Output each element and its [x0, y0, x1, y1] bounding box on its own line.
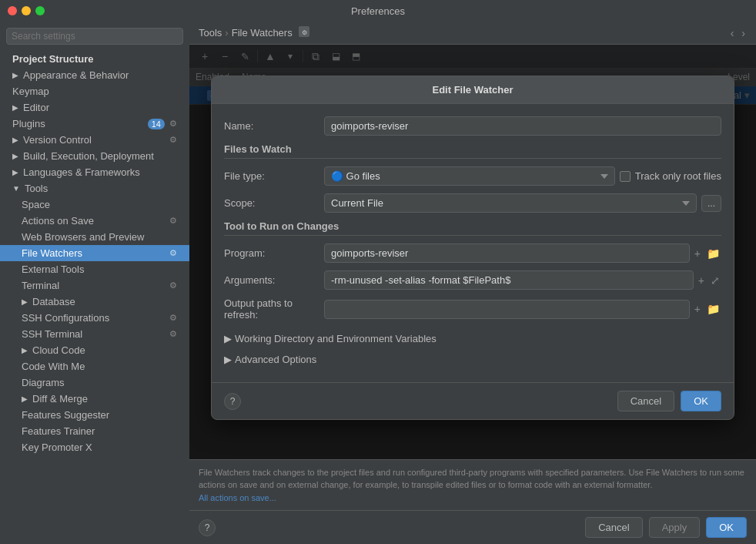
output-add-button[interactable]: + [693, 301, 702, 317]
search-input[interactable] [6, 28, 183, 45]
sidebar-item-ssh-terminal[interactable]: SSH Terminal ⚙ [0, 326, 189, 342]
window-controls [8, 6, 45, 15]
sidebar-item-label: Cloud Code [32, 344, 85, 356]
nav-forward-button[interactable]: › [740, 27, 747, 39]
collapse-arrow-icon: ▶ [22, 346, 28, 354]
arguments-input[interactable] [324, 270, 694, 290]
arguments-expand-button[interactable]: ⤢ [709, 273, 721, 288]
breadcrumb-settings-icon: ⚙ [299, 26, 309, 39]
window-title: Preferences [351, 5, 405, 17]
sidebar-item-label: SSH Configurations [22, 312, 109, 324]
sidebar-item-build-exec[interactable]: ▶ Build, Execution, Deployment [0, 148, 189, 164]
sidebar-item-label: External Tools [22, 264, 84, 275]
bottom-help-button[interactable]: ? [199, 519, 216, 536]
sidebar-item-ssh-config[interactable]: SSH Configurations ⚙ [0, 310, 189, 326]
name-input[interactable] [324, 116, 721, 136]
sidebar-item-label: Code With Me [22, 361, 85, 372]
modal-header: Edit File Watcher [212, 76, 734, 104]
sidebar-item-web-browsers[interactable]: Web Browsers and Preview [0, 229, 189, 245]
modal-help-button[interactable]: ? [224, 393, 241, 410]
sidebar-item-database[interactable]: ▶ Database [0, 294, 189, 310]
breadcrumb-current: File Watchers [232, 27, 293, 39]
bottom-bar-buttons: Cancel Apply OK [585, 517, 747, 538]
sidebar-item-editor[interactable]: ▶ Editor [0, 99, 189, 116]
sidebar-item-label: Actions on Save [22, 215, 94, 227]
sidebar-item-label: Features Trainer [22, 425, 95, 437]
all-actions-on-save-link[interactable]: All actions on save... [199, 493, 276, 502]
bottom-bar: ? Cancel Apply OK [189, 510, 756, 544]
sidebar-item-keymap[interactable]: Keymap [0, 83, 189, 99]
collapse-arrow-icon: ▶ [22, 395, 28, 403]
sidebar-item-space[interactable]: Space [0, 196, 189, 213]
file-type-select[interactable]: 🔵 Go files [324, 166, 615, 186]
modal-footer-buttons: Cancel OK [617, 391, 721, 411]
advanced-label: Advanced Options [235, 354, 316, 365]
track-root-checkbox[interactable] [620, 171, 631, 182]
sidebar-item-plugins[interactable]: Plugins 14 ⚙ [0, 116, 189, 132]
output-paths-input[interactable] [324, 300, 690, 319]
sidebar-item-actions-on-save[interactable]: Actions on Save ⚙ [0, 213, 189, 229]
output-paths-label: Output paths to refresh: [224, 297, 324, 321]
working-dir-row[interactable]: ▶ Working Directory and Environment Vari… [224, 328, 721, 349]
scope-select[interactable]: Current File [324, 193, 697, 213]
minimize-button[interactable] [22, 6, 31, 15]
sidebar: Project Structure ▶ Appearance & Behavio… [0, 22, 189, 544]
maximize-button[interactable] [35, 6, 45, 15]
sidebar-item-label: Key Promoter X [22, 442, 92, 453]
sidebar-item-label: Diagrams [22, 377, 65, 388]
scope-ellipsis-button[interactable]: ... [701, 195, 721, 212]
modal-body: Name: Files to Watch File type: 🔵 Go fil… [212, 104, 734, 382]
program-input[interactable] [324, 243, 690, 263]
settings-icon: ⚙ [169, 248, 177, 258]
svg-text:⚙: ⚙ [301, 29, 306, 36]
sidebar-item-version-control[interactable]: ▶ Version Control ⚙ [0, 132, 189, 148]
sidebar-item-terminal[interactable]: Terminal ⚙ [0, 277, 189, 294]
track-root-label: Track only root files [635, 170, 721, 182]
plugins-badge: 14 [148, 119, 165, 129]
sidebar-item-features-trainer[interactable]: Features Trainer [0, 423, 189, 439]
output-browse-button[interactable]: 📁 [705, 301, 721, 317]
sidebar-item-label: Project Structure [12, 53, 93, 65]
sidebar-item-label: Space [22, 199, 50, 210]
sidebar-item-appearance-behavior[interactable]: ▶ Appearance & Behavior [0, 67, 189, 83]
collapse-arrow-icon: ▶ [22, 297, 28, 306]
main-cancel-button[interactable]: Cancel [585, 517, 642, 538]
nav-arrows: ‹ › [729, 27, 747, 39]
collapse-arrow-icon: ▶ [12, 71, 18, 79]
working-dir-label: Working Directory and Environment Variab… [235, 333, 437, 344]
nav-back-button[interactable]: ‹ [729, 27, 736, 39]
advanced-options-row[interactable]: ▶ Advanced Options [224, 349, 721, 370]
modal-title: Edit File Watcher [239, 84, 706, 96]
main-apply-button[interactable]: Apply [649, 517, 701, 538]
sidebar-item-languages[interactable]: ▶ Languages & Frameworks [0, 164, 189, 180]
file-type-wrapper: 🔵 Go files Track only root files [324, 166, 721, 186]
modal-ok-button[interactable]: OK [681, 391, 721, 411]
modal-cancel-button[interactable]: Cancel [617, 391, 674, 411]
close-button[interactable] [8, 6, 17, 15]
sidebar-item-code-with-me[interactable]: Code With Me [0, 358, 189, 374]
files-to-watch-title: Files to Watch [224, 143, 721, 159]
title-bar: Preferences [0, 0, 756, 22]
sidebar-item-label: File Watchers [22, 247, 82, 259]
program-browse-button[interactable]: 📁 [705, 246, 721, 261]
sidebar-item-label: Features Suggester [22, 409, 109, 421]
collapse-arrow-icon: ▼ [12, 184, 20, 193]
breadcrumb-root: Tools [199, 27, 222, 39]
sidebar-item-external-tools[interactable]: External Tools [0, 261, 189, 277]
sidebar-item-features-suggester[interactable]: Features Suggester [0, 407, 189, 423]
settings-icon: ⚙ [169, 280, 177, 290]
sidebar-item-project-structure[interactable]: Project Structure [0, 51, 189, 67]
sidebar-item-diff-merge[interactable]: ▶ Diff & Merge [0, 391, 189, 407]
sidebar-item-file-watchers[interactable]: File Watchers ⚙ [0, 245, 189, 261]
main-ok-button[interactable]: OK [706, 517, 747, 538]
modal-footer: ? Cancel OK [212, 382, 734, 419]
breadcrumb-separator: › [225, 27, 228, 39]
working-dir-arrow: ▶ [224, 333, 232, 344]
arguments-add-button[interactable]: + [697, 273, 706, 288]
sidebar-item-key-promoter[interactable]: Key Promoter X [0, 439, 189, 455]
sidebar-item-diagrams[interactable]: Diagrams [0, 374, 189, 391]
name-row: Name: [224, 116, 721, 136]
sidebar-item-tools[interactable]: ▼ Tools [0, 180, 189, 196]
sidebar-item-cloud-code[interactable]: ▶ Cloud Code [0, 342, 189, 358]
program-add-button[interactable]: + [693, 246, 702, 261]
